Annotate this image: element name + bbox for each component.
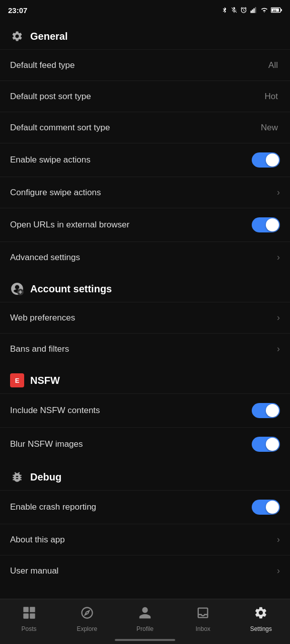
debug-icon bbox=[10, 470, 24, 484]
enable-swipe-actions-toggle[interactable] bbox=[252, 152, 280, 168]
section-general-header: General bbox=[0, 20, 290, 49]
about-app-row[interactable]: About this app › bbox=[0, 524, 290, 555]
svg-rect-10 bbox=[30, 607, 35, 612]
nav-settings-label: Settings bbox=[250, 625, 272, 632]
blur-nsfw-row[interactable]: Blur NSFW images bbox=[0, 427, 290, 461]
bottom-nav: Posts Explore Profile Inbox bbox=[0, 599, 290, 644]
toggle-knob bbox=[266, 501, 279, 514]
nav-profile-label: Profile bbox=[136, 625, 154, 632]
nav-posts-label: Posts bbox=[22, 625, 37, 632]
advanced-settings-row[interactable]: Advanced settings › bbox=[0, 242, 290, 273]
section-nsfw-header: E NSFW bbox=[0, 364, 290, 393]
configure-swipe-actions-label: Configure swipe actions bbox=[10, 188, 277, 198]
svg-rect-9 bbox=[23, 607, 29, 612]
bans-filters-chevron: › bbox=[277, 344, 280, 354]
svg-rect-0 bbox=[251, 11, 252, 13]
account-icon bbox=[10, 282, 24, 296]
nsfw-icon: E bbox=[10, 373, 24, 387]
svg-rect-12 bbox=[30, 613, 35, 619]
bans-filters-label: Bans and filters bbox=[10, 344, 277, 354]
debug-title: Debug bbox=[30, 471, 61, 483]
web-preferences-chevron: › bbox=[277, 312, 280, 323]
section-debug-header: Debug bbox=[0, 461, 290, 490]
general-title: General bbox=[30, 31, 67, 42]
web-preferences-row[interactable]: Web preferences › bbox=[0, 302, 290, 333]
wifi-icon bbox=[260, 7, 268, 14]
default-post-sort-value: Hot bbox=[265, 92, 278, 102]
bans-filters-row[interactable]: Bans and filters › bbox=[0, 333, 290, 364]
toggle-knob bbox=[266, 404, 279, 417]
settings-content: General Default feed type All Default po… bbox=[0, 20, 290, 636]
svg-text:80: 80 bbox=[273, 9, 276, 12]
nav-settings[interactable]: Settings bbox=[241, 606, 281, 632]
posts-icon bbox=[22, 606, 36, 623]
svg-rect-2 bbox=[253, 9, 254, 13]
mic-off-icon bbox=[231, 7, 238, 14]
default-feed-type-value: All bbox=[268, 60, 278, 70]
configure-swipe-actions-row[interactable]: Configure swipe actions › bbox=[0, 177, 290, 208]
user-manual-row[interactable]: User manual › bbox=[0, 555, 290, 586]
default-comment-sort-label: Default comment sort type bbox=[10, 123, 261, 133]
inbox-icon bbox=[196, 606, 210, 623]
section-account-header: Account settings bbox=[0, 273, 290, 302]
nav-posts[interactable]: Posts bbox=[9, 606, 49, 632]
about-app-label: About this app bbox=[10, 535, 277, 545]
default-post-sort-label: Default post sort type bbox=[10, 92, 265, 102]
signal-icon bbox=[250, 7, 258, 14]
toggle-knob bbox=[266, 218, 279, 231]
advanced-settings-chevron: › bbox=[277, 252, 280, 263]
svg-rect-1 bbox=[252, 10, 253, 13]
enable-swipe-actions-row[interactable]: Enable swipe actions bbox=[0, 143, 290, 177]
default-comment-sort-value: New bbox=[261, 123, 278, 133]
alarm-icon bbox=[240, 7, 247, 14]
default-post-sort-row[interactable]: Default post sort type Hot bbox=[0, 80, 290, 112]
blur-nsfw-label: Blur NSFW images bbox=[10, 439, 252, 449]
web-preferences-label: Web preferences bbox=[10, 313, 277, 323]
toggle-knob bbox=[266, 153, 279, 167]
nav-explore-label: Explore bbox=[77, 625, 97, 632]
battery-icon: 80 bbox=[271, 7, 282, 13]
include-nsfw-row[interactable]: Include NSFW contents bbox=[0, 393, 290, 427]
user-manual-label: User manual bbox=[10, 566, 277, 576]
general-icon bbox=[10, 29, 24, 43]
nav-inbox-label: Inbox bbox=[195, 625, 210, 632]
open-urls-external-label: Open URLs in external browser bbox=[10, 220, 252, 230]
status-bar: 23:07 80 bbox=[0, 0, 290, 20]
enable-swipe-actions-label: Enable swipe actions bbox=[10, 155, 252, 165]
configure-swipe-chevron: › bbox=[277, 187, 280, 198]
nsfw-title: NSFW bbox=[30, 375, 60, 386]
about-app-chevron: › bbox=[277, 534, 280, 545]
include-nsfw-label: Include NSFW contents bbox=[10, 406, 252, 416]
crash-reporting-toggle[interactable] bbox=[252, 500, 280, 515]
svg-rect-11 bbox=[23, 613, 29, 619]
nav-inbox[interactable]: Inbox bbox=[183, 606, 223, 632]
bluetooth-icon bbox=[221, 7, 228, 14]
user-manual-chevron: › bbox=[277, 566, 280, 576]
profile-icon bbox=[138, 606, 152, 623]
explore-icon bbox=[80, 606, 94, 623]
svg-rect-5 bbox=[281, 9, 282, 12]
status-icons: 80 bbox=[221, 7, 282, 14]
blur-nsfw-toggle[interactable] bbox=[252, 437, 280, 452]
default-feed-type-label: Default feed type bbox=[10, 60, 268, 70]
status-time: 23:07 bbox=[8, 6, 27, 15]
nav-explore[interactable]: Explore bbox=[67, 606, 107, 632]
crash-reporting-label: Enable crash reporting bbox=[10, 502, 252, 512]
default-feed-type-row[interactable]: Default feed type All bbox=[0, 49, 290, 80]
default-comment-sort-row[interactable]: Default comment sort type New bbox=[0, 112, 290, 143]
account-settings-title: Account settings bbox=[30, 283, 112, 295]
advanced-settings-label: Advanced settings bbox=[10, 253, 277, 263]
include-nsfw-toggle[interactable] bbox=[252, 403, 280, 418]
home-indicator bbox=[115, 639, 175, 641]
open-urls-external-toggle[interactable] bbox=[252, 217, 280, 232]
settings-icon bbox=[254, 606, 268, 623]
toggle-knob bbox=[266, 438, 279, 451]
crash-reporting-row[interactable]: Enable crash reporting bbox=[0, 490, 290, 524]
open-urls-external-row[interactable]: Open URLs in external browser bbox=[0, 208, 290, 242]
nav-profile[interactable]: Profile bbox=[125, 606, 165, 632]
svg-rect-3 bbox=[255, 7, 256, 13]
